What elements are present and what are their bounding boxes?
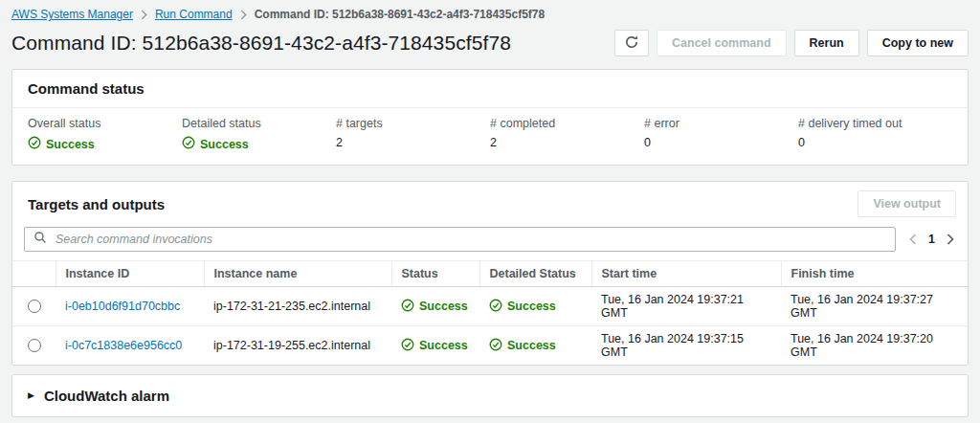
- field-value: 2: [336, 136, 490, 149]
- field-overall-status: Overall status Success: [28, 117, 182, 152]
- start-time-cell: Tue, 16 Jan 2024 19:37:15 GMT: [591, 326, 781, 366]
- invocations-table: Instance ID Instance name Status Detaile…: [12, 260, 968, 365]
- field-value: 0: [644, 136, 798, 149]
- page-header: Command ID: 512b6a38-8691-43c2-a4f3-7184…: [11, 29, 969, 57]
- finish-time-cell: Tue, 16 Jan 2024 19:37:20 GMT: [781, 326, 968, 366]
- field-label: Detailed status: [182, 117, 336, 130]
- table-header-row: Instance ID Instance name Status Detaile…: [12, 261, 968, 287]
- chevron-right-icon: [141, 10, 147, 20]
- finish-time-cell: Tue, 16 Jan 2024 19:37:27 GMT: [781, 287, 968, 326]
- row-select-radio[interactable]: [28, 339, 41, 352]
- command-status-title: Command status: [28, 80, 952, 97]
- breadcrumb-current: Command ID: 512b6a38-8691-43c2-a4f3-7184…: [255, 8, 546, 21]
- column-header-detailed-status: Detailed Status: [479, 261, 591, 287]
- column-header-instance-name: Instance name: [204, 261, 391, 287]
- header-actions: Cancel command Rerun Copy to new: [614, 30, 969, 56]
- rerun-button[interactable]: Rerun: [794, 30, 859, 56]
- success-check-icon: [182, 136, 195, 152]
- run-command-detail-page: AWS Systems Manager Run Command Command …: [0, 0, 980, 423]
- column-header-status: Status: [391, 261, 479, 287]
- column-header-instance-id: Instance ID: [56, 261, 204, 287]
- breadcrumb: AWS Systems Manager Run Command Command …: [11, 8, 969, 21]
- targets-header: Targets and outputs View output: [12, 182, 968, 219]
- status-badge: Success: [489, 338, 556, 354]
- copy-to-new-button[interactable]: Copy to new: [867, 30, 969, 56]
- table-row: i-0eb10d6f91d70cbbc ip-172-31-21-235.ec2…: [12, 287, 968, 326]
- expand-triangle-icon: ▶: [28, 391, 34, 400]
- success-check-icon: [489, 338, 502, 354]
- instance-id-link[interactable]: i-0c7c1838e6e956cc0: [56, 326, 204, 366]
- field-label: # targets: [336, 117, 490, 130]
- cloudwatch-alarm-section[interactable]: ▶ CloudWatch alarm: [11, 374, 969, 417]
- field-delivery-timed-out-count: # delivery timed out 0: [798, 117, 952, 152]
- status-badge: Success: [28, 136, 95, 152]
- status-badge: Success: [489, 299, 556, 315]
- command-status-card: Command status Overall status Success De…: [11, 69, 969, 166]
- status-text: Success: [507, 300, 556, 313]
- column-header-start-time: Start time: [591, 261, 781, 287]
- cancel-command-button[interactable]: Cancel command: [657, 30, 787, 56]
- section-title: CloudWatch alarm: [44, 388, 169, 404]
- pagination: 1: [909, 233, 956, 246]
- command-status-grid: Overall status Success Detailed status S…: [12, 108, 968, 165]
- start-time-cell: Tue, 16 Jan 2024 19:37:21 GMT: [591, 287, 781, 326]
- field-value: 0: [798, 136, 952, 149]
- search-input[interactable]: [54, 232, 886, 247]
- status-badge: Success: [401, 299, 468, 315]
- status-text: Success: [507, 339, 556, 352]
- field-label: Overall status: [28, 117, 182, 130]
- status-text: Success: [46, 138, 95, 151]
- view-output-button[interactable]: View output: [858, 190, 956, 217]
- status-text: Success: [419, 339, 468, 352]
- column-header-finish-time: Finish time: [781, 261, 968, 287]
- field-value: 2: [490, 136, 644, 149]
- command-status-header: Command status: [12, 70, 968, 108]
- select-column-header: [12, 261, 56, 287]
- field-detailed-status: Detailed status Success: [182, 117, 336, 152]
- targets-title: Targets and outputs: [28, 196, 165, 212]
- refresh-icon: [624, 34, 639, 53]
- success-check-icon: [401, 299, 414, 315]
- status-text: Success: [419, 300, 468, 313]
- field-label: # error: [644, 117, 798, 130]
- status-badge: Success: [182, 136, 249, 152]
- pagination-prev-button[interactable]: [909, 234, 917, 245]
- status-text: Success: [200, 138, 249, 151]
- success-check-icon: [28, 136, 41, 152]
- breadcrumb-link-systems-manager[interactable]: AWS Systems Manager: [11, 8, 133, 21]
- field-error-count: # error 0: [644, 117, 798, 152]
- instance-id-link[interactable]: i-0eb10d6f91d70cbbc: [56, 287, 204, 326]
- targets-and-outputs-card: Targets and outputs View output 1: [11, 181, 969, 366]
- pagination-current-page[interactable]: 1: [928, 233, 935, 246]
- success-check-icon: [401, 338, 414, 354]
- pagination-next-button[interactable]: [947, 234, 954, 245]
- instance-name-cell: ip-172-31-21-235.ec2.internal: [204, 287, 391, 326]
- targets-toolbar: 1: [12, 219, 968, 260]
- page-title: Command ID: 512b6a38-8691-43c2-a4f3-7184…: [11, 32, 511, 55]
- status-badge: Success: [401, 338, 468, 354]
- search-icon: [33, 231, 47, 248]
- instance-name-cell: ip-172-31-19-255.ec2.internal: [204, 326, 391, 366]
- field-targets-count: # targets 2: [336, 117, 490, 152]
- breadcrumb-link-run-command[interactable]: Run Command: [155, 8, 233, 21]
- field-label: # completed: [490, 117, 644, 130]
- field-completed-count: # completed 2: [490, 117, 644, 152]
- chevron-right-icon: [240, 10, 247, 20]
- field-label: # delivery timed out: [798, 117, 952, 130]
- search-box[interactable]: [24, 227, 896, 252]
- refresh-button[interactable]: [614, 30, 649, 56]
- success-check-icon: [489, 299, 502, 315]
- row-select-radio[interactable]: [28, 300, 41, 313]
- table-row: i-0c7c1838e6e956cc0 ip-172-31-19-255.ec2…: [12, 326, 968, 366]
